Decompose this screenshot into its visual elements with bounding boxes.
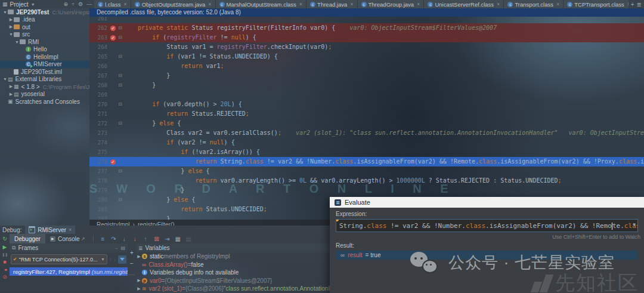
tree-arrow-icon[interactable]: ▶ bbox=[8, 24, 14, 29]
project-tree-item[interactable]: IHello bbox=[0, 46, 89, 54]
view-breakpoints-button[interactable]: ●● bbox=[4, 267, 5, 272]
breakpoint-icon[interactable]: ✓ bbox=[110, 26, 116, 31]
expression-history-dropdown-icon[interactable]: ▼ bbox=[633, 222, 636, 227]
expression-input[interactable]: String.class != var2 && !Number.class.is… bbox=[336, 219, 638, 232]
gear-icon[interactable]: ⚙ bbox=[78, 1, 83, 7]
fold-marker-icon[interactable]: ⊟ bbox=[117, 23, 123, 33]
tree-arrow-icon[interactable]: ▶ bbox=[8, 92, 14, 97]
code-line[interactable]: 275 if (!var2.isArray()) { bbox=[89, 147, 644, 157]
close-icon[interactable]: × bbox=[208, 1, 211, 7]
pin-icon[interactable]: → bbox=[113, 245, 118, 251]
variable-row[interactable]: iVariables debug info not available bbox=[136, 269, 334, 277]
code-line[interactable]: 263✓⊟ if (registryFilter != null) { bbox=[89, 33, 644, 42]
tree-expand-arrow-icon[interactable]: ▶ bbox=[136, 278, 142, 283]
project-tree-item[interactable]: ▶▦< 1.8 >C:\Program Files\Java\jdk1 bbox=[0, 83, 89, 91]
fold-marker-icon[interactable]: ⊟ bbox=[117, 166, 123, 176]
chevron-down-icon[interactable]: ▼ bbox=[31, 2, 35, 7]
code-area[interactable]: 261262✓⊟ private static Status registryF… bbox=[89, 14, 644, 224]
project-tree-item[interactable]: ▶out bbox=[0, 23, 89, 31]
thread-selector[interactable]: ✔ "RMI TCP Connection(5)-127.0... ▼ bbox=[11, 254, 107, 264]
line-number[interactable]: 264 bbox=[89, 42, 109, 52]
editor-tab[interactable]: cl.class× bbox=[94, 0, 131, 8]
tree-arrow-icon[interactable]: ▼ bbox=[8, 32, 14, 36]
project-tree-item[interactable]: JEP290Test.iml bbox=[0, 68, 89, 76]
editor-tab[interactable]: cThreadGroup.java× bbox=[358, 0, 425, 8]
code-line[interactable]: 267⊟ } bbox=[89, 71, 644, 81]
code-line[interactable]: 273 Class var2 = var0.serialClass(); var… bbox=[89, 128, 644, 138]
close-icon[interactable]: × bbox=[497, 1, 500, 7]
editor-tab[interactable]: cMarshalOutputStream.class× bbox=[216, 0, 306, 8]
gutter-breakpoint-slot[interactable]: ✓ bbox=[109, 33, 117, 42]
editor-tab[interactable]: cTCPTransport.class× bbox=[564, 0, 628, 8]
more-watch-button[interactable]: — bbox=[129, 271, 135, 277]
editor-tab[interactable]: cObjectOutputStream.java× bbox=[131, 0, 216, 8]
line-number[interactable]: 279 bbox=[89, 186, 109, 195]
close-icon[interactable]: × bbox=[299, 1, 302, 7]
fold-marker-icon[interactable]: ⊟ bbox=[117, 119, 123, 128]
tree-arrow-icon[interactable]: ▼ bbox=[14, 40, 20, 44]
project-tree-item[interactable]: ▣Scratches and Consoles bbox=[0, 98, 89, 106]
breakpoint-icon[interactable]: ✓ bbox=[110, 35, 116, 41]
code-line[interactable]: 279 } bbox=[89, 186, 644, 195]
close-icon[interactable]: × bbox=[69, 227, 72, 233]
project-tree-item[interactable]: ▼src bbox=[0, 31, 89, 39]
locate-file-icon[interactable]: ⊕ bbox=[63, 1, 68, 7]
step-out-icon[interactable]: ↑ bbox=[140, 236, 151, 242]
tab-console[interactable]: ▶Console↗ bbox=[45, 234, 89, 243]
mute-breakpoints-button[interactable]: ⊘ bbox=[2, 274, 7, 280]
fold-marker-icon[interactable]: ⊟ bbox=[117, 81, 123, 90]
line-number[interactable]: 266 bbox=[89, 61, 109, 71]
variable-row[interactable]: ▶≋var2 (slot_1) = {Class@2006} "class su… bbox=[136, 285, 334, 293]
drop-frame-icon[interactable]: ⊠ bbox=[151, 236, 162, 242]
project-tool-window-header[interactable]: ▦ Project ▼ ⊕ ÷ ⚙ — bbox=[0, 0, 94, 8]
tab-debugger[interactable]: Debugger bbox=[10, 234, 45, 243]
tab-list-icon[interactable]: ≣ bbox=[637, 1, 642, 8]
code-line[interactable]: 262✓⊟ private static Status registryFilt… bbox=[89, 23, 644, 33]
code-line[interactable]: 274 if (var2 != null) { bbox=[89, 138, 644, 147]
close-icon[interactable]: × bbox=[350, 1, 353, 7]
project-tree-item[interactable]: CHelloImpl bbox=[0, 53, 89, 61]
project-tree-item[interactable]: CRMIServer bbox=[0, 61, 89, 69]
rerun-button[interactable]: ↻ bbox=[2, 236, 7, 242]
remove-watch-button[interactable]: − bbox=[130, 260, 134, 267]
gutter-breakpoint-slot[interactable]: ✓ bbox=[109, 157, 117, 166]
line-number[interactable]: 271 bbox=[89, 109, 109, 119]
stop-button[interactable]: ■ bbox=[3, 259, 6, 265]
evaluate-dialog-titlebar[interactable]: ≣ Evaluate bbox=[330, 197, 644, 208]
resume-button[interactable]: ▶ bbox=[3, 244, 7, 250]
project-header-label[interactable]: Project bbox=[10, 1, 29, 8]
variable-row[interactable]: ∞Class.isArray() = false bbox=[136, 261, 334, 269]
step-over-icon[interactable]: ↷ bbox=[108, 236, 119, 242]
prev-frame-icon[interactable]: ↑ bbox=[109, 257, 112, 263]
close-icon[interactable]: × bbox=[123, 1, 126, 7]
line-number[interactable]: 280 bbox=[89, 195, 109, 205]
add-watch-button[interactable]: + bbox=[130, 249, 134, 256]
code-line[interactable]: 266 return var1; bbox=[89, 61, 644, 71]
close-icon[interactable]: × bbox=[417, 1, 420, 7]
fold-marker-icon[interactable]: ⊟ bbox=[117, 71, 123, 81]
line-number[interactable]: 276 bbox=[89, 157, 109, 166]
variable-row[interactable]: ▶pvar0 = {ObjectInputStream$FilterValues… bbox=[136, 277, 334, 285]
close-icon[interactable]: × bbox=[556, 1, 559, 7]
force-step-into-icon[interactable]: ↓ bbox=[129, 236, 140, 242]
collapse-all-icon[interactable]: ÷ bbox=[72, 1, 75, 7]
code-line[interactable]: 271 return Status.REJECTED; bbox=[89, 109, 644, 119]
tree-expand-arrow-icon[interactable]: ▶ bbox=[136, 286, 142, 291]
more-options-icon[interactable]: ▤ bbox=[183, 236, 194, 242]
code-line[interactable]: 264 Status var1 = registryFilter.checkIn… bbox=[89, 42, 644, 52]
line-number[interactable]: 278 bbox=[89, 176, 109, 186]
line-number[interactable]: 274 bbox=[89, 138, 109, 147]
line-number[interactable]: 262 bbox=[89, 23, 109, 33]
editor-tab[interactable]: cUnicastServerRef.class× bbox=[424, 0, 504, 8]
hide-panel-icon[interactable]: — bbox=[86, 1, 92, 7]
code-line[interactable]: 270⊟ if (var0.depth() > 20L) { bbox=[89, 100, 644, 109]
filter-frames-button[interactable] bbox=[118, 255, 126, 264]
line-number[interactable]: 267 bbox=[89, 71, 109, 81]
tree-arrow-icon[interactable]: ▼ bbox=[2, 77, 8, 81]
show-execution-point-icon[interactable]: ≡ bbox=[97, 236, 108, 242]
line-number[interactable]: 269 bbox=[89, 90, 109, 100]
tree-arrow-icon[interactable]: ▶ bbox=[8, 17, 14, 22]
fold-marker-icon[interactable]: ⊟ bbox=[117, 52, 123, 61]
code-line[interactable]: 278 return var0.arrayLength() >= 0L && v… bbox=[89, 176, 644, 186]
frame-row[interactable]: registryFilter:427, RegistryImpl(sun.rmi… bbox=[10, 267, 128, 276]
